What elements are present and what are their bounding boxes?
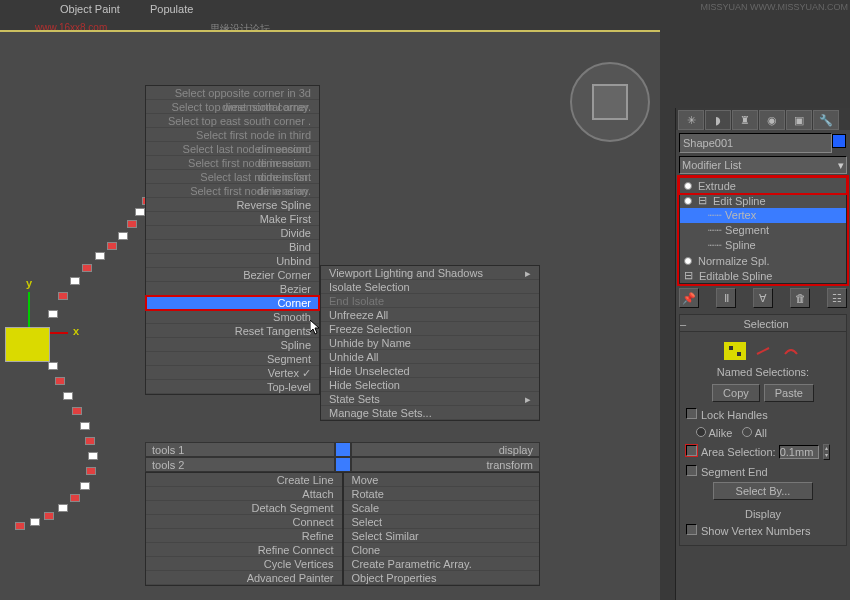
spline-vertex[interactable] bbox=[55, 377, 65, 385]
spline-vertex[interactable] bbox=[86, 467, 96, 475]
menu-item[interactable]: Select top east south corner . bbox=[146, 114, 319, 128]
spline-vertex[interactable] bbox=[44, 512, 54, 520]
menu-item-clone[interactable]: Clone bbox=[344, 543, 540, 557]
vertex-subobj-button[interactable] bbox=[724, 342, 746, 360]
menu-item[interactable]: Select opposite corner in 3d dimensional… bbox=[146, 86, 319, 100]
spline-vertex[interactable] bbox=[58, 292, 68, 300]
menu-item-create-line[interactable]: Create Line bbox=[146, 473, 342, 487]
spline-vertex[interactable] bbox=[95, 252, 105, 260]
quad-title-transform[interactable]: transform bbox=[351, 457, 541, 472]
show-vertex-numbers-checkbox[interactable] bbox=[686, 524, 697, 535]
stack-item-segment[interactable]: ┈┈ Segment bbox=[680, 223, 846, 238]
menu-item[interactable]: Select last node in fisrt dimension. bbox=[146, 170, 319, 184]
show-end-result-button[interactable]: Ⅱ bbox=[716, 288, 736, 308]
menu-item-bezier-corner[interactable]: Bezier Corner bbox=[146, 268, 319, 282]
menu-item-make-first[interactable]: Make First bbox=[146, 212, 319, 226]
utilities-tab[interactable]: 🔧 bbox=[813, 110, 839, 130]
menu-item-unfreeze-all[interactable]: Unfreeze All bbox=[321, 308, 539, 322]
transform-gizmo[interactable]: y x bbox=[28, 292, 30, 332]
menu-item[interactable]: Select first node in third dimension. bbox=[146, 128, 319, 142]
y-axis[interactable] bbox=[28, 292, 30, 332]
spline-vertex[interactable] bbox=[85, 437, 95, 445]
hierarchy-tab[interactable]: ♜ bbox=[732, 110, 758, 130]
menu-populate[interactable]: Populate bbox=[150, 3, 193, 15]
spline-vertex[interactable] bbox=[82, 264, 92, 272]
menu-item-spline[interactable]: Spline bbox=[146, 338, 319, 352]
selected-vertex[interactable] bbox=[5, 327, 50, 362]
menu-item-object-properties[interactable]: Object Properties bbox=[344, 571, 540, 585]
menu-item-hide-selection[interactable]: Hide Selection bbox=[321, 378, 539, 392]
menu-object-paint[interactable]: Object Paint bbox=[60, 3, 120, 15]
menu-item[interactable]: Select first node in array. bbox=[146, 184, 319, 198]
copy-button[interactable]: Copy bbox=[712, 384, 760, 402]
menu-item[interactable]: Select last node in second dimension. bbox=[146, 142, 319, 156]
menu-item-corner[interactable]: Corner bbox=[146, 296, 319, 310]
display-tab[interactable]: ▣ bbox=[786, 110, 812, 130]
lock-handles-checkbox[interactable] bbox=[686, 408, 697, 419]
menu-item-unhide-all[interactable]: Unhide All bbox=[321, 350, 539, 364]
area-selection-spinner[interactable]: 0.1mm bbox=[779, 445, 819, 459]
spline-vertex[interactable] bbox=[80, 422, 90, 430]
spline-vertex[interactable] bbox=[72, 407, 82, 415]
spline-vertex[interactable] bbox=[127, 220, 137, 228]
menu-item-viewport-lighting-and-shadows[interactable]: Viewport Lighting and Shadows bbox=[321, 266, 539, 280]
object-color-swatch[interactable] bbox=[832, 134, 846, 148]
menu-item-segment[interactable]: Segment bbox=[146, 352, 319, 366]
all-radio[interactable] bbox=[742, 427, 752, 437]
menu-item-freeze-selection[interactable]: Freeze Selection bbox=[321, 322, 539, 336]
menu-item-attach[interactable]: Attach bbox=[146, 487, 342, 501]
menu-item-bind[interactable]: Bind bbox=[146, 240, 319, 254]
paste-button[interactable]: Paste bbox=[764, 384, 814, 402]
stack-item-normalize-spl-[interactable]: Normalize Spl. bbox=[680, 253, 846, 268]
make-unique-button[interactable]: ∀ bbox=[753, 288, 773, 308]
create-tab[interactable]: ✳ bbox=[678, 110, 704, 130]
menu-item-state-sets[interactable]: State Sets bbox=[321, 392, 539, 406]
menu-item-rotate[interactable]: Rotate bbox=[344, 487, 540, 501]
menu-item-select-similar[interactable]: Select Similar bbox=[344, 529, 540, 543]
menu-item-end-isolate[interactable]: End Isolate bbox=[321, 294, 539, 308]
menu-item-unbind[interactable]: Unbind bbox=[146, 254, 319, 268]
menu-item-create-parametric-array-[interactable]: Create Parametric Array. bbox=[344, 557, 540, 571]
stack-item-editable-spline[interactable]: ⊟Editable Spline bbox=[680, 268, 846, 283]
spline-vertex[interactable] bbox=[15, 522, 25, 530]
alike-radio[interactable] bbox=[696, 427, 706, 437]
menu-item-hide-unselected[interactable]: Hide Unselected bbox=[321, 364, 539, 378]
menu-item-top-level[interactable]: Top-level bbox=[146, 380, 319, 394]
viewcube[interactable] bbox=[570, 62, 650, 142]
menu-item[interactable]: Select first node in secon dimension. bbox=[146, 156, 319, 170]
quad-title-tools2[interactable]: tools 2 bbox=[145, 457, 335, 472]
selection-rollout-header[interactable]: –Selection bbox=[679, 314, 847, 332]
menu-item-isolate-selection[interactable]: Isolate Selection bbox=[321, 280, 539, 294]
menu-item-smooth[interactable]: Smooth bbox=[146, 310, 319, 324]
spline-subobj-button[interactable] bbox=[780, 342, 802, 360]
menu-item-unhide-by-name[interactable]: Unhide by Name bbox=[321, 336, 539, 350]
stack-item-extrude[interactable]: Extrude bbox=[680, 178, 846, 193]
select-by-button[interactable]: Select By... bbox=[713, 482, 813, 500]
modify-tab[interactable]: ◗ bbox=[705, 110, 731, 130]
menu-item-advanced-painter[interactable]: Advanced Painter bbox=[146, 571, 342, 585]
menu-item-divide[interactable]: Divide bbox=[146, 226, 319, 240]
pin-stack-button[interactable]: 📌 bbox=[679, 288, 699, 308]
menu-item-scale[interactable]: Scale bbox=[344, 501, 540, 515]
menu-item-bezier[interactable]: Bezier bbox=[146, 282, 319, 296]
spline-vertex[interactable] bbox=[63, 392, 73, 400]
stack-item-edit-spline[interactable]: ⊟Edit Spline bbox=[680, 193, 846, 208]
menu-item-vertex[interactable]: Vertex bbox=[146, 366, 319, 380]
spline-vertex[interactable] bbox=[58, 504, 68, 512]
quad-title-tools1[interactable]: tools 1 bbox=[145, 442, 335, 457]
menu-item-reset-tangents[interactable]: Reset Tangents bbox=[146, 324, 319, 338]
spline-vertex[interactable] bbox=[80, 482, 90, 490]
menu-item-connect[interactable]: Connect bbox=[146, 515, 342, 529]
menu-item[interactable]: Select top west north corner. bbox=[146, 100, 319, 114]
menu-item-refine-connect[interactable]: Refine Connect bbox=[146, 543, 342, 557]
menu-item-move[interactable]: Move bbox=[344, 473, 540, 487]
spline-vertex[interactable] bbox=[48, 310, 58, 318]
spline-vertex[interactable] bbox=[118, 232, 128, 240]
stack-item-vertex[interactable]: ┈┈ Vertex bbox=[680, 208, 846, 223]
spline-vertex[interactable] bbox=[70, 494, 80, 502]
spline-vertex[interactable] bbox=[135, 208, 145, 216]
menu-item-select[interactable]: Select bbox=[344, 515, 540, 529]
menu-item-refine[interactable]: Refine bbox=[146, 529, 342, 543]
object-name-field[interactable]: Shape001 bbox=[679, 133, 832, 153]
remove-modifier-button[interactable]: 🗑 bbox=[790, 288, 810, 308]
